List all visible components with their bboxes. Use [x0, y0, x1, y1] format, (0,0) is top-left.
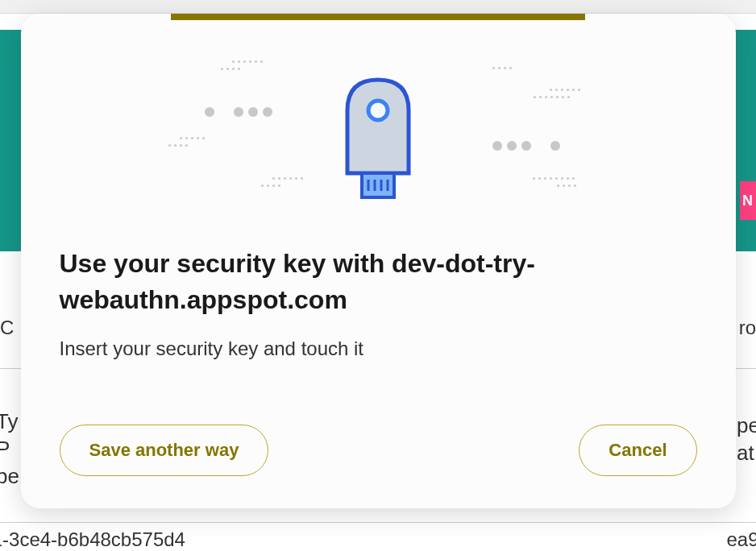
illustration-area: [60, 60, 697, 222]
cancel-button[interactable]: Cancel: [579, 425, 696, 476]
save-another-way-button[interactable]: Save another way: [60, 425, 269, 476]
dialog-title: Use your security key with dev-dot-try-w…: [60, 246, 697, 318]
decorative-dots-icon: [205, 107, 272, 117]
svg-rect-1: [362, 173, 394, 197]
decorative-dots-icon: [534, 89, 580, 98]
decorative-dots-icon: [221, 60, 263, 70]
dialog-subtitle: Insert your security key and touch it: [60, 338, 697, 360]
decorative-dots-icon: [492, 67, 512, 69]
decorative-dots-icon: [533, 177, 576, 187]
decorative-dots-icon: [168, 137, 205, 147]
security-key-dialog: Use your security key with dev-dot-try-w…: [21, 14, 736, 508]
security-key-icon: [338, 77, 418, 205]
dialog-content: Use your security key with dev-dot-try-w…: [21, 20, 736, 508]
decorative-dots-icon: [492, 141, 560, 151]
modal-overlay: Use your security key with dev-dot-try-w…: [0, 0, 756, 551]
dialog-button-row: Save another way Cancel: [60, 425, 697, 476]
svg-point-0: [368, 101, 388, 120]
progress-indicator: [171, 14, 585, 20]
decorative-dots-icon: [261, 177, 303, 187]
